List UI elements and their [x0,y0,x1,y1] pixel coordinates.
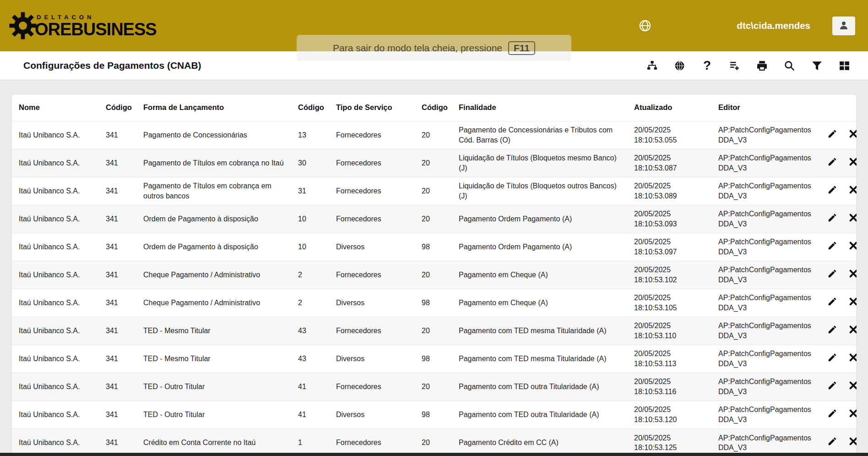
cell-editor: AP:PatchConfigPagamentos DDA_V3 [713,149,814,177]
delete-row-button[interactable] [846,128,857,142]
delete-row-button[interactable] [846,408,857,422]
cell-editor: AP:PatchConfigPagamentos DDA_V3 [713,317,814,345]
delete-row-button[interactable] [846,212,857,226]
cell-codigo-forma: 30 [293,149,331,177]
cell-forma-lancamento: Cheque Pagamento / Administrativo [138,261,293,289]
cell-editor: AP:PatchConfigPagamentos DDA_V3 [713,205,814,233]
cell-codigo-tipo: 20 [416,205,453,233]
cell-finalidade: Liquidação de Títulos (Bloquetos outros … [453,177,629,205]
help-icon[interactable]: ? [701,60,713,72]
cell-codigo-forma: 1 [293,429,331,456]
cell-codigo-banco: 341 [100,177,138,205]
table-row: Itaú Unibanco S.A. 341 TED - Outro Titul… [11,373,857,401]
close-x-icon [848,129,857,141]
cell-forma-lancamento: TED - Outro Titular [138,373,293,401]
cell-editor: AP:PatchConfigPagamentos DDA_V3 [713,429,814,456]
delete-row-button[interactable] [846,436,857,450]
cell-codigo-forma: 41 [293,373,331,401]
cell-tipo-servico: Fornecedores [331,205,416,233]
cell-forma-lancamento: TED - Mesmo Titular [138,317,293,345]
logo: DELTACON OREBUSINESS [8,11,157,40]
cell-codigo-banco: 341 [100,261,138,289]
edit-row-button[interactable] [825,352,839,366]
topbar-right: dtc\cida.mendes [638,16,855,35]
close-x-icon [848,185,857,197]
cell-codigo-banco: 341 [100,429,138,456]
cell-codigo-forma: 10 [293,205,331,233]
col-header-codigo-forma[interactable]: Código [293,94,331,121]
cell-atualizado: 20/05/2025 18:10:53.105 [629,289,713,317]
close-x-icon [848,213,857,225]
cell-tipo-servico: Fornecedores [331,373,416,401]
cell-codigo-banco: 341 [100,205,138,233]
pencil-icon [827,157,837,169]
col-header-tipo[interactable]: Tipo de Serviço [331,94,416,121]
sitemap-icon[interactable] [646,60,658,72]
cell-atualizado: 20/05/2025 18:10:53.110 [629,317,713,345]
edit-row-button[interactable] [825,184,839,198]
delete-row-button[interactable] [846,352,857,366]
edit-row-button[interactable] [825,408,839,422]
cell-forma-lancamento: Pagamento de Concessionárias [138,121,293,149]
cell-actions [814,289,857,317]
delete-row-button[interactable] [846,380,857,394]
edit-row-button[interactable] [825,128,839,142]
cell-atualizado: 20/05/2025 18:10:53.093 [629,205,713,233]
user-menu-button[interactable] [832,16,855,35]
cell-codigo-forma: 2 [293,261,331,289]
table-row: Itaú Unibanco S.A. 341 Cheque Pagamento … [11,261,857,289]
cell-nome: Itaú Unibanco S.A. [11,373,100,401]
cell-finalidade: Pagamento em Cheque (A) [453,261,629,289]
cell-codigo-tipo: 20 [416,121,453,149]
cell-atualizado: 20/05/2025 18:10:53.055 [629,121,713,149]
edit-row-button[interactable] [825,324,839,338]
close-x-icon [848,324,857,337]
delete-row-button[interactable] [846,296,857,310]
delete-row-button[interactable] [846,240,857,254]
add-list-icon[interactable] [728,60,741,72]
pencil-icon [827,241,837,253]
pencil-icon [827,269,837,281]
col-header-nome[interactable]: Nome [11,94,100,121]
cell-codigo-tipo: 20 [416,317,453,345]
cell-actions [814,345,857,373]
edit-row-button[interactable] [825,240,839,254]
cell-forma-lancamento: Cheque Pagamento / Administrativo [138,289,293,317]
delete-row-button[interactable] [846,324,857,338]
close-x-icon [848,352,857,365]
cell-finalidade: Pagamento com TED mesma Titularidade (A) [453,317,629,345]
filter-icon[interactable] [811,60,823,72]
delete-row-button[interactable] [846,156,857,170]
cell-codigo-tipo: 20 [416,373,453,401]
cell-tipo-servico: Fornecedores [331,121,416,149]
close-x-icon [848,408,857,421]
print-icon[interactable] [756,60,768,72]
edit-row-button[interactable] [825,268,839,282]
col-header-editor[interactable]: Editor [713,94,814,121]
language-globe-icon[interactable] [638,19,652,33]
edit-row-button[interactable] [825,436,839,450]
delete-row-button[interactable] [846,184,857,198]
cell-finalidade: Pagamento com TED mesma Titularidade (A) [453,345,629,373]
cell-nome: Itaú Unibanco S.A. [11,205,100,233]
cell-actions [814,261,857,289]
toolbar: ? [646,60,851,72]
cell-actions [814,429,857,456]
delete-row-button[interactable] [846,268,857,282]
col-header-codigo-tipo[interactable]: Código [416,94,453,121]
edit-row-button[interactable] [825,212,839,226]
cell-codigo-tipo: 20 [416,261,453,289]
col-header-finalidade[interactable]: Finalidade [453,94,629,121]
col-header-forma[interactable]: Forma de Lançamento [138,94,293,121]
edit-row-button[interactable] [825,380,839,394]
table-row: Itaú Unibanco S.A. 341 Ordem de Pagament… [11,233,857,261]
search-icon[interactable] [783,60,796,72]
edit-row-button[interactable] [825,296,839,310]
globe-icon[interactable] [673,60,686,72]
page-title: Configurações de Pagamentos (CNAB) [23,60,201,71]
col-header-atualizado[interactable]: Atualizado [629,94,713,121]
col-header-codigo-banco[interactable]: Código [100,94,138,121]
edit-row-button[interactable] [825,156,839,170]
pencil-icon [827,380,837,393]
grid-icon[interactable] [838,60,851,72]
